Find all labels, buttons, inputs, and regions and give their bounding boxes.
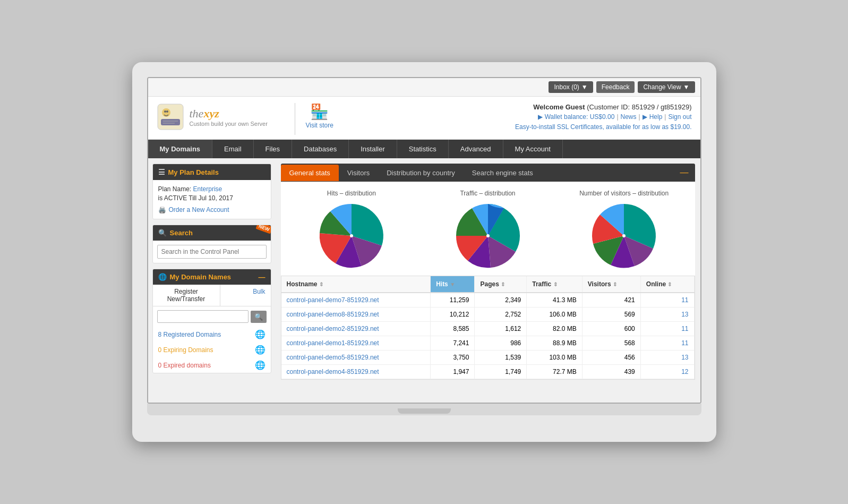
domain-tabs: Register New/Transfer Bulk [153, 285, 271, 306]
nav-item-advanced[interactable]: Advanced [449, 140, 503, 158]
expiring-globe-icon: 🌐 [255, 345, 265, 355]
cell-pages: 2,752 [475, 307, 527, 322]
svg-rect-0 [158, 104, 183, 130]
registered-globe-icon: 🌐 [255, 329, 265, 339]
plan-details-title: My Plan Details [168, 168, 219, 176]
cell-hostname: control-panel-demo1-851929.net [281, 336, 431, 351]
nav-item-statistics[interactable]: Statistics [397, 140, 449, 158]
online-link[interactable]: 11 [681, 325, 688, 332]
cell-traffic: 41.3 MB [527, 293, 583, 307]
online-link[interactable]: 12 [681, 368, 688, 375]
plan-details-header: ☰ My Plan Details [153, 164, 271, 180]
cell-online: 12 [640, 365, 694, 379]
domain-tab-register[interactable]: Register New/Transfer [153, 285, 220, 306]
online-link[interactable]: 11 [681, 296, 688, 304]
col-visitors[interactable]: Visitors ⇕ [582, 276, 640, 293]
main-area: General stats Visitors Distribution by c… [276, 158, 700, 403]
registered-domains-link[interactable]: 8 Registered Domains [158, 331, 221, 338]
col-hits[interactable]: Hits ▼ [431, 276, 475, 293]
inbox-button[interactable]: Inbox (0) ▼ [549, 81, 593, 93]
stats-panel: General stats Visitors Distribution by c… [281, 164, 695, 182]
expiring-domains-row: 0 Expiring Domains 🌐 [153, 342, 271, 357]
hostname-link[interactable]: control-panel-demo8-851929.net [287, 311, 379, 318]
cell-hostname: control-panel-demo5-851929.net [281, 351, 431, 365]
stats-table: Hostname ⇕ Hits ▼ Pages ⇕ [281, 276, 695, 379]
ssl-link[interactable]: Easy-to-install SSL Certificates, availa… [515, 123, 691, 131]
hostname-link[interactable]: control-panel-demo4-851929.net [287, 368, 379, 375]
nav-item-files[interactable]: Files [254, 140, 292, 158]
collapse-domain-btn[interactable]: — [259, 273, 265, 281]
news-link[interactable]: News [621, 113, 637, 121]
col-online[interactable]: Online ⇕ [640, 276, 694, 293]
cell-visitors: 439 [582, 365, 640, 379]
table-row: control-panel-demo2-851929.net 8,585 1,6… [281, 322, 695, 336]
cell-online: 11 [640, 293, 694, 307]
stats-tab-visitors[interactable]: Visitors [339, 165, 378, 181]
cell-visitors: 568 [582, 336, 640, 351]
cell-traffic: 103.0 MB [527, 351, 583, 365]
expired-domains-link[interactable]: 0 Expired domains [158, 362, 211, 369]
stats-tab-general[interactable]: General stats [281, 165, 339, 181]
domain-search-input[interactable] [157, 310, 249, 323]
stats-tab-distribution[interactable]: Distribution by country [378, 165, 464, 181]
stats-tab-search-engine[interactable]: Search engine stats [464, 165, 542, 181]
welcome-guest: Welcome Guest [533, 103, 585, 111]
feedback-button[interactable]: Feedback [596, 81, 635, 93]
nav-item-myaccount[interactable]: My Account [503, 140, 563, 158]
visitors-chart-title: Number of visitors – distribution [579, 190, 669, 197]
nav-item-databases[interactable]: Databases [292, 140, 349, 158]
order-new-btn[interactable]: 🖨️ Order a New Account [158, 206, 265, 213]
signout-link[interactable]: Sign out [668, 113, 691, 121]
online-link[interactable]: 13 [681, 354, 688, 361]
cell-traffic: 82.0 MB [527, 322, 583, 336]
svg-point-7 [350, 234, 353, 237]
hits-chart-container: Hits – distribution [286, 190, 417, 270]
expired-domains-row: 0 Expired domains 🌐 [153, 357, 271, 373]
cell-hostname: control-panel-demo8-851929.net [281, 307, 431, 322]
expiring-domains-link[interactable]: 0 Expiring Domains [158, 346, 213, 354]
hostname-link[interactable]: control-panel-demo1-851929.net [287, 339, 379, 347]
expired-globe-icon: 🌐 [255, 360, 265, 370]
change-view-button[interactable]: Change View ▼ [638, 81, 695, 93]
plan-details-body: Plan Name: Enterprise is ACTIVE Till Jul… [153, 180, 271, 219]
online-link[interactable]: 13 [681, 311, 688, 318]
hostname-link[interactable]: control-panel-demo7-851929.net [287, 296, 379, 304]
inbox-arrow: ▼ [581, 83, 588, 91]
col-pages[interactable]: Pages ⇕ [475, 276, 527, 293]
store-label: Visit store [306, 122, 333, 129]
logo-the: the [190, 107, 204, 120]
hostname-link[interactable]: control-panel-demo2-851929.net [287, 325, 379, 332]
logo-text: thexyz Custom build your own Server [190, 107, 268, 127]
arrow-wallet: ▶ [538, 113, 543, 121]
nav-item-installer[interactable]: Installer [349, 140, 397, 158]
cell-online: 11 [640, 322, 694, 336]
cell-pages: 1,539 [475, 351, 527, 365]
cell-visitors: 600 [582, 322, 640, 336]
domain-tab-bulk[interactable]: Bulk [220, 285, 271, 306]
header-links: ▶ Wallet balance: US$0.00 | News | ▶ Hel… [515, 113, 691, 121]
cell-pages: 2,349 [475, 293, 527, 307]
store-link[interactable]: 🏪 Visit store [306, 103, 333, 129]
stats-minimize-btn[interactable]: — [674, 164, 695, 182]
order-icon: 🖨️ [158, 206, 166, 213]
online-link[interactable]: 11 [681, 339, 688, 347]
cell-pages: 1,612 [475, 322, 527, 336]
cell-traffic: 72.7 MB [527, 365, 583, 379]
search-input[interactable] [157, 245, 267, 259]
table-row: control-panel-demo5-851929.net 3,750 1,5… [281, 351, 695, 365]
help-link[interactable]: Help [649, 113, 663, 121]
customer-info: (Customer ID: 851929 / gt851929) [587, 103, 691, 111]
domain-search-btn[interactable]: 🔍 [251, 311, 267, 323]
visitors-chart-container: Number of visitors – distribution [559, 190, 690, 270]
col-hostname[interactable]: Hostname ⇕ [281, 276, 431, 293]
cell-hits: 3,750 [431, 351, 475, 365]
nav-item-email[interactable]: Email [212, 140, 254, 158]
feedback-label: Feedback [602, 83, 630, 91]
hostname-link[interactable]: control-panel-demo5-851929.net [287, 354, 379, 361]
online-sort-icon: ⇕ [667, 281, 672, 287]
plan-name-link[interactable]: Enterprise [193, 185, 222, 193]
nav-item-mydomains[interactable]: My Domains [148, 140, 213, 158]
svg-point-9 [622, 234, 626, 237]
wallet-link[interactable]: Wallet balance: US$0.00 [545, 113, 615, 121]
col-traffic[interactable]: Traffic ⇕ [527, 276, 583, 293]
